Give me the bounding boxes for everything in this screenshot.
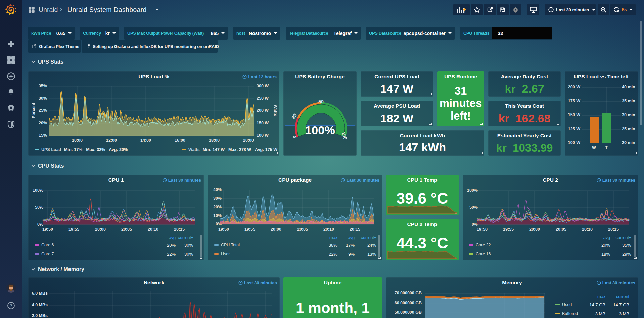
svg-text:?: ?	[10, 303, 12, 308]
